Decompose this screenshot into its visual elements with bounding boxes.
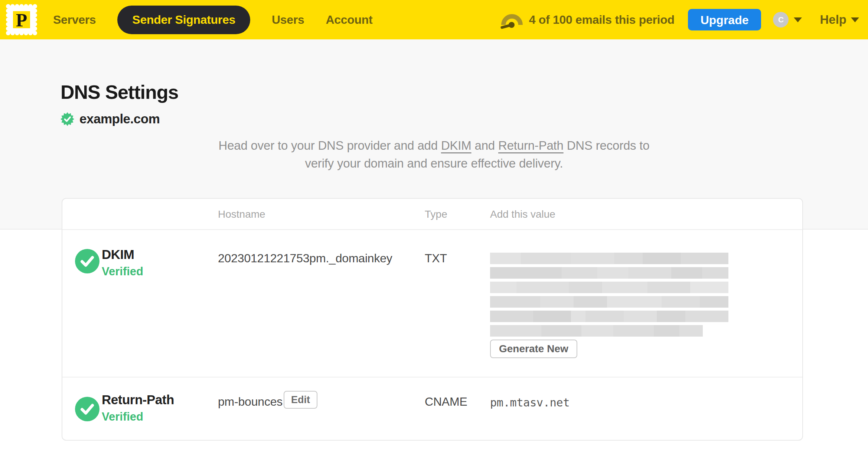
return-path-link[interactable]: Return-Path [498,139,564,152]
nav-right-group: 4 of 100 emails this period Upgrade C He… [500,0,859,39]
record-value: pm.mtasv.net [490,396,570,409]
chevron-down-icon [794,17,802,22]
svg-text:P: P [16,10,27,30]
redacted-value-line [490,282,728,293]
verified-seal-icon [61,112,74,126]
help-label: Help [820,13,846,27]
intro-text: Head over to your DNS provider and add D… [0,137,868,172]
record-hostname: pm-bounces [218,395,283,409]
redacted-value-line [490,267,728,279]
upgrade-button[interactable]: Upgrade [688,9,761,30]
intro-post: DNS records to [564,139,650,152]
redacted-dns-value [490,253,728,340]
usage-meter[interactable]: 4 of 100 emails this period [500,10,675,29]
record-name: DKIM [102,247,134,262]
redacted-value-line [490,325,703,337]
record-status: Verified [102,265,143,278]
intro-and: and [471,139,498,152]
gauge-icon [500,10,524,29]
table-header: Hostname Type Add this value [62,199,802,230]
account-menu[interactable]: C [773,12,802,27]
domain-name: example.com [79,111,160,126]
usage-text: 4 of 100 emails this period [529,13,675,27]
dns-records-card: Hostname Type Add this value DKIM Verifi… [62,198,803,441]
record-hostname: 20230121221753pm._domainkey [218,252,392,265]
nav-item-sender-signatures[interactable]: Sender Signatures [117,6,250,34]
nav-item-account[interactable]: Account [326,13,372,27]
column-header-value: Add this value [490,199,555,230]
redacted-value-line [490,253,728,264]
row-divider [62,377,802,377]
column-header-hostname: Hostname [218,199,265,230]
avatar: C [773,12,789,27]
intro-pre: Head over to your DNS provider and add [219,139,441,152]
dkim-link[interactable]: DKIM [441,139,471,152]
chevron-down-icon [851,17,859,22]
verified-check-icon [75,249,99,273]
nav-item-users[interactable]: Users [272,13,304,27]
top-nav: P Servers Sender Signatures Users Accoun… [0,0,868,39]
nav-item-servers[interactable]: Servers [53,13,96,27]
nav-links: Servers Sender Signatures Users Account [53,0,372,39]
postmark-stamp-icon: P [5,3,38,36]
record-name: Return-Path [102,392,174,407]
verified-domain: example.com [61,111,160,126]
record-status: Verified [102,410,143,424]
intro-line2: verify your domain and ensure effective … [305,156,563,170]
record-type: CNAME [425,395,467,409]
dns-settings-page: P Servers Sender Signatures Users Accoun… [0,0,868,454]
postmark-logo[interactable]: P [5,3,38,36]
verified-check-icon [75,397,99,421]
generate-new-button[interactable]: Generate New [490,340,577,358]
edit-button[interactable]: Edit [284,391,317,409]
redacted-value-line [490,311,728,322]
record-type: TXT [425,252,447,265]
page-title: DNS Settings [61,81,178,103]
redacted-value-line [490,296,728,308]
help-menu[interactable]: Help [820,13,859,27]
column-header-type: Type [425,199,447,230]
